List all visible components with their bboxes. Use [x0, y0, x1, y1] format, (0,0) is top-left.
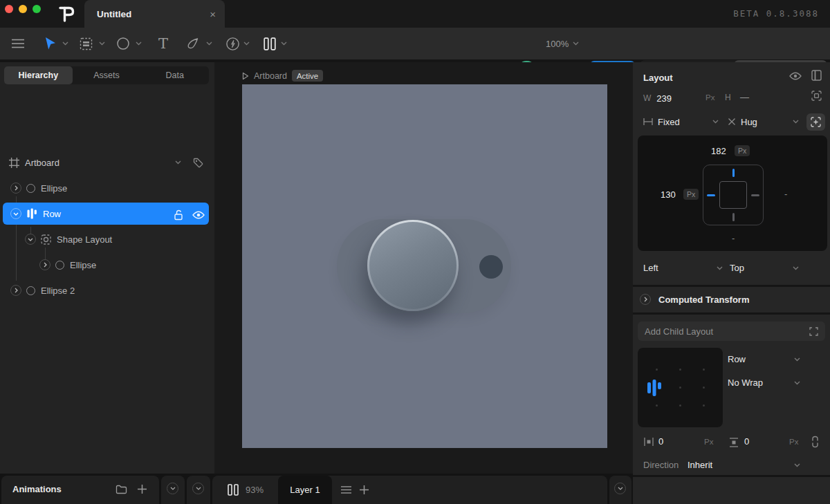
close-window-button[interactable]: [5, 5, 13, 13]
gap-vertical-value[interactable]: 0: [744, 436, 749, 447]
cursor-arrow-icon: [44, 37, 57, 50]
chevron-down-icon[interactable]: [794, 463, 800, 467]
align-x-value[interactable]: Left: [643, 263, 658, 273]
panel-chevron-button[interactable]: [192, 483, 204, 494]
layout-align-grid[interactable]: [638, 348, 723, 427]
document-tab[interactable]: Untitled ×: [84, 0, 225, 28]
pen-tool-dropdown-icon[interactable]: [206, 41, 212, 46]
layout-wrap-value[interactable]: No Wrap: [728, 377, 763, 388]
bolt-tool-button[interactable]: [224, 35, 241, 52]
layout-tool-button[interactable]: [261, 35, 278, 52]
artboard-tool-dropdown-icon[interactable]: [99, 41, 105, 46]
hierarchy-panel: Hierarchy Assets Data Artboard: [0, 62, 214, 474]
canvas-area[interactable]: Artboard Active: [214, 62, 633, 474]
position-right-value[interactable]: -: [784, 189, 787, 199]
maximize-window-button[interactable]: [33, 5, 41, 13]
tab-data[interactable]: Data: [140, 66, 209, 84]
collapse-chevron-icon[interactable]: [25, 234, 36, 245]
toggle-dot-shape[interactable]: [479, 255, 503, 279]
add-child-layout-field[interactable]: Add Child Layout: [638, 321, 825, 341]
play-icon[interactable]: [242, 72, 249, 80]
main-menu-button[interactable]: [10, 35, 26, 52]
tree-row-ellipse-2[interactable]: Ellipse 2: [0, 281, 214, 300]
tree-row-artboard[interactable]: Artboard: [0, 153, 214, 172]
position-tick-bottom[interactable]: [732, 213, 735, 221]
link-gaps-icon[interactable]: [811, 436, 819, 448]
tab-hierarchy-label: Hierarchy: [18, 71, 58, 80]
plus-icon[interactable]: [359, 485, 369, 495]
gap-horizontal-value[interactable]: 0: [658, 436, 663, 447]
width-value[interactable]: 239: [656, 93, 672, 104]
position-bottom-value[interactable]: -: [732, 233, 735, 243]
eye-icon[interactable]: [192, 211, 205, 219]
ellipse-tool-button[interactable]: [115, 35, 131, 52]
height-mode-dropdown[interactable]: Hug: [728, 113, 757, 130]
tree-row-ellipse[interactable]: Ellipse: [0, 178, 214, 198]
chevron-down-icon[interactable]: [793, 120, 799, 124]
tree-row-shape-layout[interactable]: Shape Layout: [0, 230, 214, 249]
text-tool-button[interactable]: T: [155, 35, 172, 52]
position-tick-left[interactable]: [707, 194, 715, 196]
shape-layout-icon: [41, 234, 51, 245]
folder-icon[interactable]: [116, 485, 127, 494]
panel-split-icon[interactable]: [811, 70, 822, 81]
width-unit-label: Px: [706, 93, 714, 102]
eye-icon[interactable]: [789, 72, 802, 80]
tab-layer-1[interactable]: Layer 1: [278, 476, 332, 504]
lock-open-icon[interactable]: [174, 209, 183, 221]
position-top-value[interactable]: 182: [711, 146, 726, 156]
position-tick-right[interactable]: [751, 194, 759, 196]
position-tick-top[interactable]: [732, 169, 735, 177]
select-tool-dropdown-icon[interactable]: [62, 41, 68, 46]
chevron-down-icon[interactable]: [794, 357, 800, 362]
width-mode-dropdown[interactable]: Fixed: [643, 113, 680, 130]
collapse-chevron-icon[interactable]: [10, 208, 21, 219]
tab-hierarchy[interactable]: Hierarchy: [4, 66, 73, 84]
panel-chevron-button[interactable]: [614, 483, 626, 494]
chevron-down-icon[interactable]: [712, 120, 719, 124]
plus-icon[interactable]: [137, 484, 147, 494]
align-y-value[interactable]: Top: [730, 263, 744, 273]
toggle-knob-fill: [369, 222, 456, 309]
artboard-tool-button[interactable]: [77, 35, 94, 52]
document-title: Untitled: [97, 9, 131, 19]
chevron-down-icon[interactable]: [794, 381, 800, 385]
toggle-knob-shape[interactable]: [367, 220, 459, 311]
expand-chevron-icon[interactable]: [10, 285, 21, 296]
frame-plus-icon: [811, 117, 821, 127]
tree-row-row-selected[interactable]: Row: [3, 203, 209, 225]
height-value[interactable]: —: [740, 92, 749, 102]
layout-tool-dropdown-icon[interactable]: [281, 41, 287, 46]
panel-chevron-button[interactable]: [167, 483, 178, 494]
minimize-window-button[interactable]: [19, 5, 27, 13]
layout-direction-value[interactable]: Row: [728, 354, 746, 364]
artboard-breadcrumb-label[interactable]: Artboard: [254, 71, 287, 81]
expand-chevron-icon[interactable]: [640, 294, 651, 305]
pen-tool-button[interactable]: [184, 35, 201, 52]
select-tool-button[interactable]: [42, 35, 58, 52]
expand-chevron-icon[interactable]: [39, 259, 50, 270]
inspector-layout-section: Layout W 239 Px H — Fixed: [633, 62, 830, 285]
gap-vertical-unit: Px: [789, 438, 798, 446]
close-tab-icon[interactable]: ×: [210, 8, 216, 20]
artboard-surface[interactable]: [242, 84, 607, 448]
add-frame-button[interactable]: [806, 113, 825, 131]
chevron-down-icon[interactable]: [175, 160, 181, 165]
tree-row-ellipse-child[interactable]: Ellipse: [0, 255, 214, 274]
zoom-level-control[interactable]: 100%: [546, 35, 579, 52]
timeline-zoom-value[interactable]: 93%: [246, 485, 264, 495]
expand-chevron-icon[interactable]: [10, 183, 21, 194]
expand-corners-icon[interactable]: [809, 327, 818, 336]
computed-transform-section[interactable]: Computed Transform: [633, 287, 830, 312]
timeline-columns-icon[interactable]: [228, 484, 239, 496]
position-left-value[interactable]: 130: [661, 189, 676, 200]
ellipse-tool-dropdown-icon[interactable]: [136, 41, 142, 46]
chevron-down-icon[interactable]: [717, 266, 723, 270]
frame-bounds-icon[interactable]: [811, 91, 822, 101]
direction-value[interactable]: Inherit: [688, 460, 712, 470]
list-menu-icon[interactable]: [341, 486, 351, 494]
tab-assets[interactable]: Assets: [73, 66, 141, 84]
bolt-tool-dropdown-icon[interactable]: [243, 41, 250, 46]
chevron-down-icon[interactable]: [793, 266, 799, 270]
tag-icon[interactable]: [193, 158, 203, 168]
